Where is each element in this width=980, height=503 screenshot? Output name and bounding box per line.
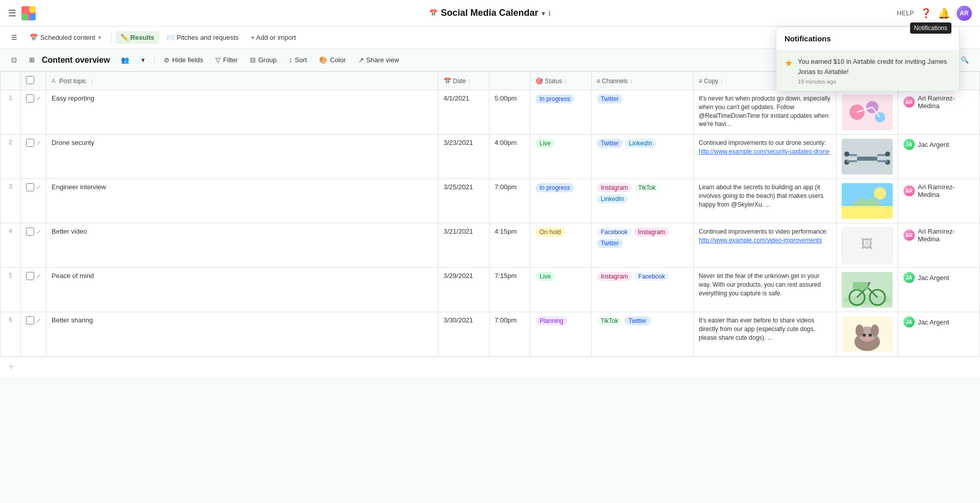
status-cell[interactable]: Planning <box>530 312 592 357</box>
status-cell[interactable]: In progress <box>530 90 592 135</box>
row-checkbox-cell[interactable]: ⤢ <box>21 223 46 268</box>
pitches-tab[interactable]: ✉️ Pitches and requests <box>161 31 243 44</box>
image-cell[interactable] <box>837 135 898 179</box>
title-dropdown-button[interactable]: ▾ <box>542 9 545 17</box>
assignee-cell[interactable]: AR Ari Ramírez-Medina <box>898 90 980 135</box>
channels-cell[interactable]: TikTokTwitter <box>592 312 694 357</box>
col-header-check[interactable] <box>21 72 46 90</box>
col-header-status[interactable]: 🎯 Status ↕ <box>530 72 592 90</box>
post-topic-cell[interactable]: Peace of mind <box>46 268 438 312</box>
grid-view-button[interactable]: ⊞ <box>24 54 40 66</box>
app-title: Social Media Calendar <box>440 8 538 18</box>
table-row: 1 ⤢ Easy reporting4/1/20215:00pm In prog… <box>1 90 980 135</box>
channels-cell[interactable]: Twitter <box>592 90 694 135</box>
calendar-icon: 📅 <box>30 34 38 41</box>
add-import-button[interactable]: + Add or import <box>246 31 301 44</box>
status-cell[interactable]: Live <box>530 135 592 179</box>
expand-icon[interactable]: ⤢ <box>36 95 41 102</box>
people-button[interactable]: 👥 <box>116 54 134 66</box>
menu-toggle-button[interactable]: ☰ <box>6 31 22 44</box>
date-cell[interactable]: 4/1/2021 <box>438 90 489 135</box>
view-dropdown-button[interactable]: ▾ <box>136 54 150 66</box>
copy-text: Continued improvements to our drone secu… <box>699 139 826 146</box>
row-checkbox[interactable] <box>26 272 34 280</box>
row-checkbox[interactable] <box>26 228 34 236</box>
status-cell[interactable]: Live <box>530 268 592 312</box>
results-tab[interactable]: ✏️ Results <box>115 31 160 44</box>
time-cell[interactable]: 7:00pm <box>489 179 530 223</box>
notification-item[interactable]: ★ You earned $10 in Airtable credit for … <box>776 51 959 91</box>
row-checkbox[interactable] <box>26 183 34 191</box>
image-cell[interactable]: 🖼 <box>837 223 898 268</box>
time-cell[interactable]: 4:00pm <box>489 135 530 179</box>
image-cell[interactable] <box>837 312 898 357</box>
time-cell[interactable]: 7:15pm <box>489 268 530 312</box>
row-checkbox-cell[interactable]: ⤢ <box>21 179 46 223</box>
image-cell[interactable] <box>837 179 898 223</box>
expand-icon[interactable]: ⤢ <box>36 229 41 235</box>
date-cell[interactable]: 3/25/2021 <box>438 179 489 223</box>
row-checkbox-cell[interactable]: ⤢ <box>21 268 46 312</box>
row-checkbox-cell[interactable]: ⤢ <box>21 135 46 179</box>
user-avatar[interactable]: AR <box>957 6 972 21</box>
filter-button[interactable]: ▽ Filter <box>210 54 243 66</box>
image-cell[interactable] <box>837 90 898 135</box>
sort-button[interactable]: ↕ Sort <box>284 54 312 66</box>
date-cell[interactable]: 3/23/2021 <box>438 135 489 179</box>
color-button[interactable]: 🎨 Color <box>314 54 351 66</box>
row-checkbox[interactable] <box>26 94 34 103</box>
time-cell[interactable]: 4:15pm <box>489 223 530 268</box>
expand-icon[interactable]: ⤢ <box>36 273 41 280</box>
status-cell[interactable]: In progress <box>530 179 592 223</box>
row-checkbox-cell[interactable]: ⤢ <box>21 312 46 357</box>
expand-icon[interactable]: ⤢ <box>36 140 41 146</box>
channels-cell[interactable]: InstagramTikTokLinkedIn <box>592 179 694 223</box>
scheduled-content-tab[interactable]: 📅 Scheduled content ▾ <box>24 31 107 44</box>
post-topic-cell[interactable]: Engineer interview <box>46 179 438 223</box>
time-cell[interactable]: 5:00pm <box>489 90 530 135</box>
channels-cell[interactable]: FacebookInstagramTwitter <box>592 223 694 268</box>
select-all-checkbox[interactable] <box>26 76 34 84</box>
row-checkbox[interactable] <box>26 316 34 324</box>
status-cell[interactable]: On hold <box>530 223 592 268</box>
col-header-topic[interactable]: A Post topic ↕ <box>46 72 438 90</box>
channels-cell[interactable]: InstagramFacebook <box>592 268 694 312</box>
expand-icon[interactable]: ⤢ <box>36 184 41 191</box>
assignee-cell[interactable]: AR Ari Ramírez-Medina <box>898 179 980 223</box>
date-cell[interactable]: 3/29/2021 <box>438 268 489 312</box>
share-view-button[interactable]: ↗ Share view <box>353 54 404 66</box>
date-cell[interactable]: 3/30/2021 <box>438 312 489 357</box>
assignee-cell[interactable]: JA Jac Argent <box>898 268 980 312</box>
assignee-avatar: JA <box>903 316 915 328</box>
post-topic-cell[interactable]: Easy reporting <box>46 90 438 135</box>
time-cell[interactable]: 7:00pm <box>489 312 530 357</box>
notifications-button[interactable]: 🔔 <box>938 7 950 19</box>
assignee-cell[interactable]: AR Ari Ramírez-Medina <box>898 223 980 268</box>
col-header-date[interactable]: 📅 Date ↕ <box>438 72 489 90</box>
image-thumbnail <box>842 272 893 308</box>
help-button[interactable]: ❓ <box>920 8 932 19</box>
date-cell[interactable]: 3/21/2021 <box>438 223 489 268</box>
menu-button[interactable]: ☰ <box>8 8 16 19</box>
info-button[interactable]: ℹ <box>548 9 551 17</box>
expand-icon[interactable]: ⤢ <box>36 317 41 324</box>
hide-fields-button[interactable]: ⊘ Hide fields <box>159 54 208 66</box>
row-checkbox-cell[interactable]: ⤢ <box>21 90 46 135</box>
col-header-channels[interactable]: ≡ Channels ↕ <box>592 72 694 90</box>
add-row-button[interactable]: + <box>0 357 980 377</box>
copy-text: It's never fun when products go down, es… <box>699 95 830 128</box>
copy-link[interactable]: http://www.example.com/security-updates-… <box>699 148 829 155</box>
post-topic-cell[interactable]: Drone security <box>46 135 438 179</box>
sidebar-toggle-button[interactable]: ⊡ <box>6 54 22 66</box>
assignee-cell[interactable]: JA Jac Argent <box>898 135 980 179</box>
post-topic-cell[interactable]: Better video <box>46 223 438 268</box>
assignee-cell[interactable]: JA Jac Argent <box>898 312 980 357</box>
channels-cell[interactable]: TwitterLinkedIn <box>592 135 694 179</box>
copy-link[interactable]: http://www.example.com/video-improvement… <box>699 237 822 244</box>
image-cell[interactable] <box>837 268 898 312</box>
post-topic-cell[interactable]: Better sharing <box>46 312 438 357</box>
row-checkbox[interactable] <box>26 139 34 147</box>
group-button[interactable]: ⊟ Group <box>245 54 282 66</box>
sort-icon: ↕ <box>289 56 292 64</box>
image-thumbnail <box>842 94 893 130</box>
